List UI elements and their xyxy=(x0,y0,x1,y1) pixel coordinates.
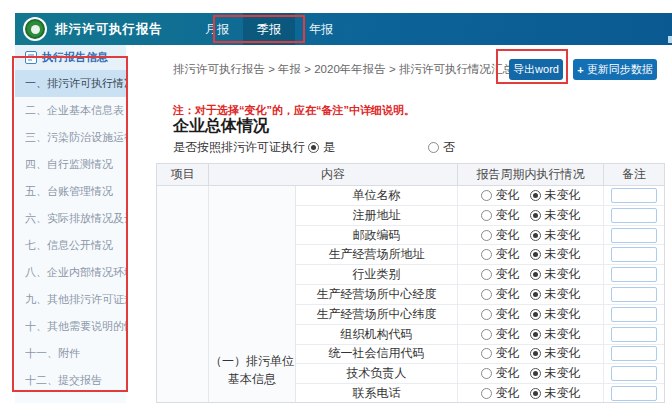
remark-input[interactable] xyxy=(611,267,657,282)
radio-unchanged[interactable] xyxy=(530,190,541,201)
compliance-question-label: 是否按照排污许可证执行 xyxy=(173,139,308,156)
menu-item-monthly[interactable]: 月报 xyxy=(191,13,243,45)
overview-table: 项目 内容 报告周期内执行情况 备注 （一）排污单位 基本信息 单位名称 变化 … xyxy=(156,163,665,403)
group-label-cell: （一）排污单位 基本信息 xyxy=(209,186,296,403)
table-row: 生产经营场所中心经度 变化 未变化 xyxy=(296,285,664,305)
radio-unchanged[interactable] xyxy=(530,348,541,359)
radio-changed[interactable] xyxy=(481,368,492,379)
sidebar-item-2[interactable]: 二、企业基本信息表 xyxy=(15,97,126,124)
radio-unchanged[interactable] xyxy=(530,289,541,300)
remark-input[interactable] xyxy=(611,366,657,381)
report-type-menu: 月报 季报 年报 xyxy=(191,13,347,45)
radio-changed[interactable] xyxy=(481,348,492,359)
sidebar-item-4[interactable]: 四、自行监测情况 xyxy=(15,151,126,178)
radio-changed[interactable] xyxy=(481,190,492,201)
row-field-name: 生产经营场所地址 xyxy=(296,245,458,264)
table-row: 邮政编码 变化 未变化 xyxy=(296,226,664,246)
menu-item-quarterly[interactable]: 季报 xyxy=(243,13,295,45)
sidebar-item-11[interactable]: 十一、附件 xyxy=(15,340,126,367)
table-row: 注册地址 变化 未变化 xyxy=(296,206,664,226)
radio-yes[interactable] xyxy=(308,142,319,153)
sidebar-item-9[interactable]: 九、其他排污许可证规. xyxy=(15,286,126,313)
remark-input[interactable] xyxy=(611,188,657,203)
radio-unchanged[interactable] xyxy=(530,249,541,260)
radio-unchanged[interactable] xyxy=(530,230,541,241)
radio-no[interactable] xyxy=(428,142,439,153)
radio-changed-label: 变化 xyxy=(496,187,520,204)
radio-changed[interactable] xyxy=(481,210,492,221)
radio-changed[interactable] xyxy=(481,309,492,320)
radio-changed-label: 变化 xyxy=(496,306,520,323)
radio-changed[interactable] xyxy=(481,249,492,260)
remark-input[interactable] xyxy=(611,287,657,302)
radio-unchanged-label: 未变化 xyxy=(545,365,581,382)
remark-input[interactable] xyxy=(611,208,657,223)
radio-unchanged[interactable] xyxy=(530,388,541,399)
row-field-name: 组织机构代码 xyxy=(296,325,458,344)
radio-unchanged-label: 未变化 xyxy=(545,345,581,362)
radio-unchanged-label: 未变化 xyxy=(545,306,581,323)
table-row: 生产经营场所地址 变化 未变化 xyxy=(296,245,664,265)
table-row: 统一社会信用代码 变化 未变化 xyxy=(296,345,664,365)
row-field-name: 联系电话 xyxy=(296,384,458,403)
sidebar-item-3[interactable]: 三、污染防治设施运行. xyxy=(15,124,126,151)
radio-unchanged[interactable] xyxy=(530,269,541,280)
remark-input[interactable] xyxy=(611,307,657,322)
radio-unchanged-label: 未变化 xyxy=(545,207,581,224)
radio-unchanged[interactable] xyxy=(530,309,541,320)
sidebar-item-label: 执行报告信息 xyxy=(42,50,108,65)
radio-changed-label: 变化 xyxy=(496,345,520,362)
export-word-button[interactable]: 导出word xyxy=(509,59,563,80)
sidebar-item-5[interactable]: 五、台账管理情况 xyxy=(15,178,126,205)
radio-changed-label: 变化 xyxy=(496,207,520,224)
remark-input[interactable] xyxy=(611,346,657,361)
sidebar-item-12[interactable]: 十二、提交报告 xyxy=(15,367,126,394)
radio-unchanged-label: 未变化 xyxy=(545,246,581,263)
radio-changed-label: 变化 xyxy=(496,385,520,402)
radio-changed[interactable] xyxy=(481,230,492,241)
radio-changed-label: 变化 xyxy=(496,326,520,343)
col-header-remark: 备注 xyxy=(604,164,664,185)
remark-input[interactable] xyxy=(611,228,657,243)
breadcrumb: 排污许可执行报告 > 年报 > 2020年年报告 > 排污许可执行情况汇总表 xyxy=(173,62,525,77)
radio-unchanged-label: 未变化 xyxy=(545,266,581,283)
radio-yes-label: 是 xyxy=(323,139,335,156)
remark-input[interactable] xyxy=(611,327,657,342)
radio-unchanged[interactable] xyxy=(530,368,541,379)
radio-unchanged[interactable] xyxy=(530,210,541,221)
row-field-name: 技术负责人 xyxy=(296,364,458,383)
table-header-row: 项目 内容 报告周期内执行情况 备注 xyxy=(157,164,664,186)
menu-item-annual[interactable]: 年报 xyxy=(295,13,347,45)
col-header-execution: 报告周期内执行情况 xyxy=(458,164,604,185)
radio-changed-label: 变化 xyxy=(496,365,520,382)
section-title: 企业总体情况 xyxy=(173,116,269,137)
row-field-name: 生产经营场所中心纬度 xyxy=(296,305,458,324)
row-field-name: 统一社会信用代码 xyxy=(296,345,458,364)
sidebar-item-10[interactable]: 十、其他需要说明的情. xyxy=(15,313,126,340)
remark-input[interactable] xyxy=(611,386,657,401)
radio-changed-label: 变化 xyxy=(496,227,520,244)
radio-unchanged-label: 未变化 xyxy=(545,385,581,402)
radio-changed-label: 变化 xyxy=(496,246,520,263)
sidebar-item-8[interactable]: 八、企业内部情况环境. xyxy=(15,259,126,286)
radio-changed[interactable] xyxy=(481,269,492,280)
sync-data-label: 更新同步数据 xyxy=(587,62,653,77)
sidebar-item-1[interactable]: 一、排污许可执行情况 xyxy=(15,70,126,97)
remark-input[interactable] xyxy=(611,247,657,262)
environment-logo-icon xyxy=(23,17,47,41)
sidebar-item-report-info[interactable]: 执行报告信息 xyxy=(15,45,126,70)
col-header-content: 内容 xyxy=(209,164,458,185)
table-row: 单位名称 变化 未变化 xyxy=(296,186,664,206)
radio-unchanged[interactable] xyxy=(530,329,541,340)
sidebar-item-6[interactable]: 六、实际排放情况及达. xyxy=(15,205,126,232)
sidebar-item-7[interactable]: 七、信息公开情况 xyxy=(15,232,126,259)
radio-unchanged-label: 未变化 xyxy=(545,286,581,303)
radio-unchanged-label: 未变化 xyxy=(545,187,581,204)
radio-changed[interactable] xyxy=(481,388,492,399)
row-field-name: 注册地址 xyxy=(296,206,458,225)
radio-changed[interactable] xyxy=(481,289,492,300)
radio-changed-label: 变化 xyxy=(496,286,520,303)
group-label-line2: 基本信息 xyxy=(228,370,276,388)
radio-changed[interactable] xyxy=(481,329,492,340)
sync-data-button[interactable]: + 更新同步数据 xyxy=(573,59,657,80)
